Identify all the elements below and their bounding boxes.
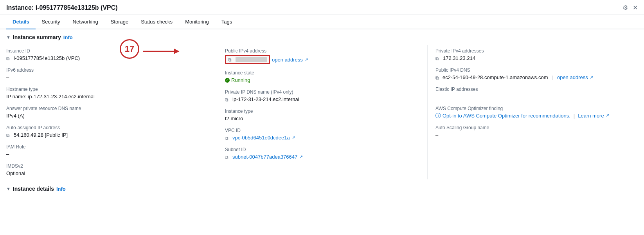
copy-public-ip-icon[interactable]	[228, 57, 234, 62]
external-link-icon: ↗	[305, 57, 308, 62]
optimizer-info-icon[interactable]: i	[435, 113, 441, 118]
auto-assigned-label: Auto-assigned IP address	[6, 125, 209, 130]
ipv6-label: IPv6 address	[6, 67, 209, 73]
main-content: ▼ Instance summary Info 17 Instance ID	[0, 29, 644, 197]
close-icon[interactable]: ✕	[633, 4, 638, 11]
aws-optimizer-label: AWS Compute Optimizer finding	[435, 106, 638, 111]
field-private-ip-dns: Private IP DNS name (IPv4 only) ip-172-3…	[225, 86, 419, 105]
copy-instance-id-icon[interactable]	[6, 56, 12, 61]
iam-role-label: IAM Role	[6, 144, 209, 150]
subnet-external-link-icon: ↗	[299, 154, 303, 159]
copy-private-ipv4-icon[interactable]	[435, 56, 441, 61]
instance-details-title: Instance details	[13, 186, 54, 192]
copy-private-dns-icon[interactable]	[225, 97, 230, 102]
ipv6-value: –	[6, 74, 209, 80]
public-ip-box	[225, 55, 270, 64]
field-public-ipv4: Public IPv4 address open address ↗	[225, 45, 419, 67]
public-ipv4-dns-label: Public IPv4 DNS	[435, 67, 638, 73]
vpc-external-link-icon: ↗	[292, 135, 295, 140]
annotation-number: 17	[120, 39, 139, 59]
instance-summary-header: ▼ Instance summary Info	[6, 34, 638, 40]
subnet-id-label: Subnet ID	[225, 147, 419, 152]
field-hostname-type: Hostname type IP name: ip-172-31-23-214.…	[6, 83, 209, 103]
field-auto-assigned: Auto-assigned IP address 54.160.49.28 [P…	[6, 122, 209, 141]
field-public-ipv4-dns: Public IPv4 DNS ec2-54-160-49-28.compute…	[435, 64, 638, 83]
instance-state-label: Instance state	[225, 70, 419, 76]
header: Instance: i-0951777854e13125b (VPC) ⚙ ✕	[0, 0, 644, 15]
imdsv2-label: IMDSv2	[6, 163, 209, 169]
auto-scaling-value: –	[435, 132, 638, 138]
public-ipv4-label: Public IPv4 address	[225, 48, 419, 54]
vpc-id-label: VPC ID	[225, 128, 419, 133]
copy-auto-assigned-icon[interactable]	[6, 132, 12, 138]
field-aws-optimizer: AWS Compute Optimizer finding i Opt-in t…	[435, 103, 638, 122]
subnet-id-value: subnet-0047b77adea376647 ↗	[225, 154, 419, 160]
tab-networking[interactable]: Networking	[67, 15, 104, 29]
answer-private-value: IPv4 (A)	[6, 113, 209, 119]
private-ip-dns-label: Private IP DNS name (IPv4 only)	[225, 89, 419, 95]
auto-assigned-value: 54.160.49.28 [Public IP]	[6, 132, 209, 138]
private-ip-dns-value: ip-172-31-23-214.ec2.internal	[225, 96, 419, 102]
header-actions: ⚙ ✕	[622, 4, 638, 11]
subnet-id-link[interactable]: subnet-0047b77adea376647	[232, 154, 297, 160]
instance-summary-grid: Instance ID i-0951777854e13125b (VPC) IP…	[6, 45, 638, 179]
tab-security[interactable]: Security	[36, 15, 67, 29]
instance-state-value: Running	[225, 77, 419, 83]
summary-col2: Public IPv4 address open address ↗ Insta…	[217, 45, 427, 179]
vpc-id-link[interactable]: vpc-0b5d6451e0dcdee1a	[232, 135, 290, 141]
optimizer-pipe: |	[574, 113, 575, 119]
field-imdsv2: IMDSv2 Optional	[6, 160, 209, 179]
instance-id-value: i-0951777854e13125b (VPC)	[6, 55, 209, 61]
field-instance-type: Instance type t2.micro	[225, 105, 419, 125]
summary-col1: Instance ID i-0951777854e13125b (VPC) IP…	[6, 45, 217, 179]
annotation-arrow	[141, 47, 180, 55]
field-private-ipv4: Private IPv4 addresses 172.31.23.214	[435, 45, 638, 64]
tab-tags[interactable]: Tags	[215, 15, 238, 29]
summary-col3: Private IPv4 addresses 172.31.23.214 Pub…	[427, 45, 638, 179]
instance-summary-title: Instance summary	[13, 34, 61, 40]
hostname-type-label: Hostname type	[6, 87, 209, 92]
optimizer-optin-link[interactable]: Opt-in to AWS Compute Optimizer for reco…	[443, 113, 570, 119]
instance-summary-info-link[interactable]: Info	[63, 34, 73, 40]
copy-public-dns-icon[interactable]	[435, 75, 441, 80]
tab-storage[interactable]: Storage	[104, 15, 135, 29]
elastic-ip-label: Elastic IP addresses	[435, 87, 638, 92]
open-address-dns-link[interactable]: open address	[557, 74, 588, 80]
learn-more-external-icon: ↗	[606, 113, 609, 118]
field-ipv6: IPv6 address –	[6, 64, 209, 83]
hostname-type-value: IP name: ip-172-31-23-214.ec2.internal	[6, 94, 209, 99]
field-answer-private: Answer private resource DNS name IPv4 (A…	[6, 103, 209, 122]
blurred-ip	[236, 57, 267, 62]
tab-monitoring[interactable]: Monitoring	[179, 15, 215, 29]
settings-icon[interactable]: ⚙	[622, 4, 628, 11]
instance-type-label: Instance type	[225, 108, 419, 114]
learn-more-link[interactable]: Learn more	[578, 113, 604, 119]
open-address-link[interactable]: open address	[272, 57, 303, 63]
iam-role-value: –	[6, 151, 209, 157]
imdsv2-value: Optional	[6, 170, 209, 176]
field-instance-state: Instance state Running	[225, 67, 419, 86]
vpc-id-value: vpc-0b5d6451e0dcdee1a ↗	[225, 135, 419, 141]
public-ipv4-dns-value: ec2-54-160-49-28.compute-1.amazonaws.com…	[435, 74, 638, 80]
field-vpc-id: VPC ID vpc-0b5d6451e0dcdee1a ↗	[225, 125, 419, 144]
instance-details-collapse-icon[interactable]: ▼	[6, 186, 11, 191]
instance-type-value: t2.micro	[225, 116, 419, 121]
instance-details-info-link[interactable]: Info	[56, 186, 66, 192]
private-ipv4-label: Private IPv4 addresses	[435, 48, 638, 54]
tab-status-checks[interactable]: Status checks	[135, 15, 179, 29]
aws-optimizer-value: i Opt-in to AWS Compute Optimizer for re…	[435, 113, 638, 119]
field-subnet-id: Subnet ID subnet-0047b77adea376647 ↗	[225, 144, 419, 163]
running-status-dot	[225, 78, 230, 83]
tab-details[interactable]: Details	[6, 15, 36, 29]
instance-details-header: ▼ Instance details Info	[6, 186, 638, 192]
auto-scaling-label: Auto Scaling Group name	[435, 125, 638, 130]
public-ipv4-value: open address ↗	[225, 55, 419, 64]
copy-subnet-id-icon[interactable]	[225, 154, 230, 160]
tabs-bar: Details Security Networking Storage Stat…	[0, 15, 644, 29]
page-title: Instance: i-0951777854e13125b (VPC)	[6, 4, 118, 11]
collapse-icon[interactable]: ▼	[6, 35, 11, 40]
copy-vpc-id-icon[interactable]	[225, 135, 230, 141]
field-iam-role: IAM Role –	[6, 141, 209, 160]
field-elastic-ip: Elastic IP addresses –	[435, 83, 638, 103]
dns-external-link-icon: ↗	[590, 75, 593, 80]
